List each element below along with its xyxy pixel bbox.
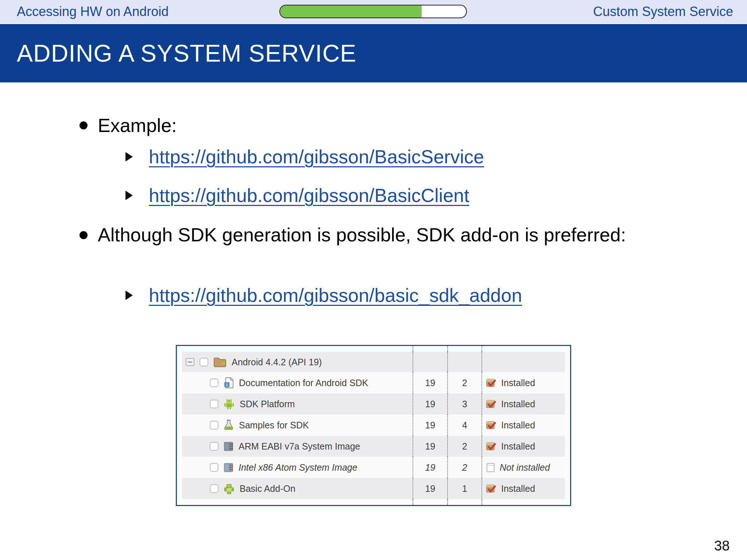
status-label: Installed: [501, 483, 535, 494]
link-row-basicservice: https://github.com/gibsson/BasicService: [125, 146, 484, 168]
section-title: Custom System Service: [593, 4, 733, 19]
row-label: SDK Platform: [240, 399, 295, 409]
empty-box-icon: [486, 462, 495, 473]
sdk-manager-table: Android 4.4.2 (API 19) i Documentation f…: [176, 345, 571, 506]
row-checkbox[interactable]: [210, 400, 218, 408]
api-level-cell: 19: [413, 393, 448, 415]
page-title: ADDING A SYSTEM SERVICE: [17, 39, 356, 67]
package-installed-icon: [486, 420, 497, 431]
table-row: i Documentation for Android SDK 19 2 Ins…: [182, 372, 565, 393]
row-checkbox[interactable]: [210, 442, 218, 451]
row-checkbox[interactable]: [210, 421, 218, 429]
status-label: Installed: [501, 441, 535, 452]
bullet-example: Example:: [80, 112, 177, 139]
collapse-minus-icon[interactable]: [186, 358, 194, 366]
revision-cell: 2: [448, 436, 482, 457]
table-row: Samples for SDK 19 4 Installed: [182, 415, 565, 436]
revision-cell: 3: [448, 393, 482, 415]
android-robot-icon: [224, 398, 235, 410]
table-row: ARM EABI v7a System Image 19 2 Installed: [182, 436, 565, 457]
table-row: Basic Add-On 19 1 Installed: [182, 478, 565, 499]
bullet-dot-icon: [80, 121, 88, 129]
row-label: Samples for SDK: [239, 420, 309, 431]
page-number: 38: [714, 538, 729, 554]
revision-cell: 2: [448, 457, 482, 478]
row-checkbox[interactable]: [210, 378, 218, 387]
link-basicservice[interactable]: https://github.com/gibsson/BasicService: [149, 146, 484, 168]
row-label: Documentation for Android SDK: [239, 378, 368, 388]
revision-cell: 4: [448, 415, 482, 436]
package-installed-icon: [486, 483, 497, 494]
android-addon-icon: [224, 483, 235, 494]
android-folder-icon: [213, 357, 227, 368]
group-row-label: Android 4.4.2 (API 19): [232, 357, 322, 368]
table-spacer-row: [182, 499, 565, 505]
bullet-sdk-addon: Although SDK generation is possible, SDK…: [80, 222, 634, 248]
link-basic-sdk-addon[interactable]: https://github.com/gibsson/basic_sdk_add…: [149, 284, 522, 306]
triangle-bullet-icon: [125, 191, 133, 200]
link-basicclient[interactable]: https://github.com/gibsson/BasicClient: [149, 184, 469, 206]
package-installed-icon: [486, 377, 497, 388]
table-row: Intel x86 Atom System Image 19 2 Not ins…: [182, 457, 565, 478]
row-label: Intel x86 Atom System Image: [239, 462, 357, 473]
status-label: Installed: [501, 399, 535, 409]
status-label: Not installed: [500, 462, 550, 473]
link-row-basicclient: https://github.com/gibsson/BasicClient: [125, 184, 469, 206]
api-level-cell: 19: [413, 436, 448, 457]
intel-chip-icon: [224, 463, 233, 472]
triangle-bullet-icon: [125, 291, 133, 300]
package-installed-icon: [486, 398, 497, 409]
api-level-cell: 19: [413, 478, 448, 499]
row-label: Basic Add-On: [240, 483, 295, 494]
table-spacer-row: [182, 346, 565, 352]
course-title: Accessing HW on Android: [17, 4, 169, 19]
slide-title-bar: ADDING A SYSTEM SERVICE: [0, 24, 747, 82]
arm-chip-icon: [224, 442, 233, 451]
top-header-bar: Accessing HW on Android Custom System Se…: [0, 0, 747, 23]
group-checkbox[interactable]: [200, 358, 208, 366]
api-level-cell: 19: [413, 457, 448, 478]
api-level-cell: 19: [413, 415, 448, 436]
revision-cell: 1: [448, 478, 482, 499]
progress-bar: [279, 5, 467, 18]
table-row: SDK Platform 19 3 Installed: [182, 393, 565, 415]
row-checkbox[interactable]: [210, 484, 218, 493]
bullet-label: Example:: [98, 112, 177, 139]
bullet-label: Although SDK generation is possible, SDK…: [98, 222, 626, 248]
row-label: ARM EABI v7a System Image: [239, 441, 360, 452]
table-group-row: Android 4.4.2 (API 19): [182, 352, 565, 372]
api-level-cell: 19: [413, 372, 448, 393]
samples-flask-icon: [224, 419, 234, 431]
revision-cell: 2: [448, 372, 482, 393]
progress-bar-fill: [280, 5, 422, 18]
row-checkbox[interactable]: [210, 463, 218, 472]
triangle-bullet-icon: [125, 152, 133, 162]
package-installed-icon: [486, 441, 497, 452]
bullet-dot-icon: [80, 231, 88, 239]
status-label: Installed: [501, 420, 535, 431]
status-label: Installed: [501, 378, 535, 388]
link-row-sdk-addon: https://github.com/gibsson/basic_sdk_add…: [125, 284, 522, 306]
documentation-icon: i: [224, 377, 234, 389]
